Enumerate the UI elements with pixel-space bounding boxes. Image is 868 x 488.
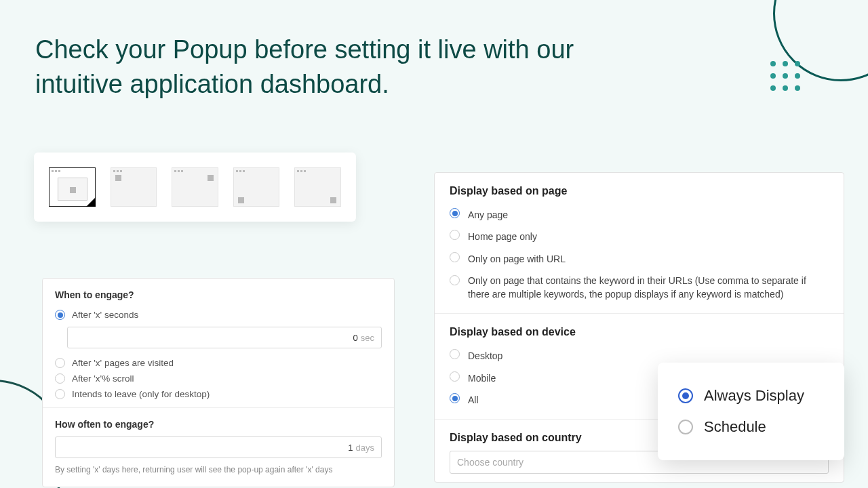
radio-label: Schedule <box>704 418 766 436</box>
schedule-popover: Always Display Schedule <box>658 363 844 460</box>
radio-icon <box>450 371 460 382</box>
radio-schedule[interactable]: Schedule <box>678 411 824 443</box>
radio-keyword-page[interactable]: Only on page that contains the keyword i… <box>450 270 829 306</box>
template-top-left[interactable] <box>111 167 157 207</box>
radio-label: Home page only <box>468 230 537 243</box>
radio-home-page[interactable]: Home page only <box>450 226 829 247</box>
radio-icon <box>678 420 693 434</box>
radio-after-seconds[interactable]: After 'x' seconds <box>55 307 382 323</box>
radio-label: After 'x' pages are visited <box>72 358 174 368</box>
radio-icon <box>450 252 460 262</box>
radio-icon <box>55 310 65 320</box>
display-page-title: Display based on page <box>450 185 829 197</box>
radio-label: Always Display <box>704 387 804 405</box>
radio-icon <box>55 373 65 384</box>
radio-url-page[interactable]: Only on page with URL <box>450 248 829 270</box>
radio-icon <box>450 393 460 403</box>
template-center[interactable] <box>49 167 96 207</box>
template-bottom-left[interactable] <box>233 167 280 207</box>
radio-after-pages[interactable]: After 'x' pages are visited <box>55 355 382 371</box>
engage-card: When to engage? After 'x' seconds 0 sec … <box>42 278 395 487</box>
radio-icon <box>55 358 65 368</box>
decor-dots <box>770 61 800 91</box>
radio-label: Mobile <box>468 371 496 385</box>
radio-intends-leave[interactable]: Intends to leave (only for desktop) <box>55 386 382 402</box>
radio-label: After 'x' seconds <box>72 310 138 320</box>
seconds-input[interactable]: 0 sec <box>67 327 382 348</box>
radio-label: Only on page with URL <box>468 252 566 266</box>
template-top-right[interactable] <box>172 167 218 207</box>
radio-icon <box>450 349 460 359</box>
radio-icon <box>55 389 65 399</box>
radio-icon <box>450 230 460 240</box>
when-engage-title: When to engage? <box>55 289 382 300</box>
radio-any-page[interactable]: Any page <box>450 204 829 226</box>
radio-label: Any page <box>468 208 508 222</box>
radio-always-display[interactable]: Always Display <box>678 380 824 411</box>
template-bottom-right[interactable] <box>294 167 341 207</box>
radio-icon <box>450 275 460 285</box>
radio-icon <box>678 388 693 403</box>
how-often-title: How often to engage? <box>55 419 382 430</box>
layout-templates-card <box>34 152 356 222</box>
how-often-help: By setting 'x' days here, returning user… <box>55 465 382 474</box>
page-headline: Check your Popup before setting it live … <box>35 33 646 102</box>
display-device-title: Display based on device <box>450 326 829 338</box>
radio-label: Desktop <box>468 349 502 363</box>
radio-icon <box>450 208 460 218</box>
radio-label: Intends to leave (only for desktop) <box>72 389 210 399</box>
radio-label: All <box>468 393 479 407</box>
country-placeholder: Choose country <box>457 457 524 468</box>
radio-label: Only on page that contains the keyword i… <box>468 274 829 302</box>
radio-label: After 'x'% scroll <box>72 373 134 384</box>
radio-after-scroll[interactable]: After 'x'% scroll <box>55 371 382 386</box>
days-input[interactable]: 1 days <box>55 436 382 458</box>
